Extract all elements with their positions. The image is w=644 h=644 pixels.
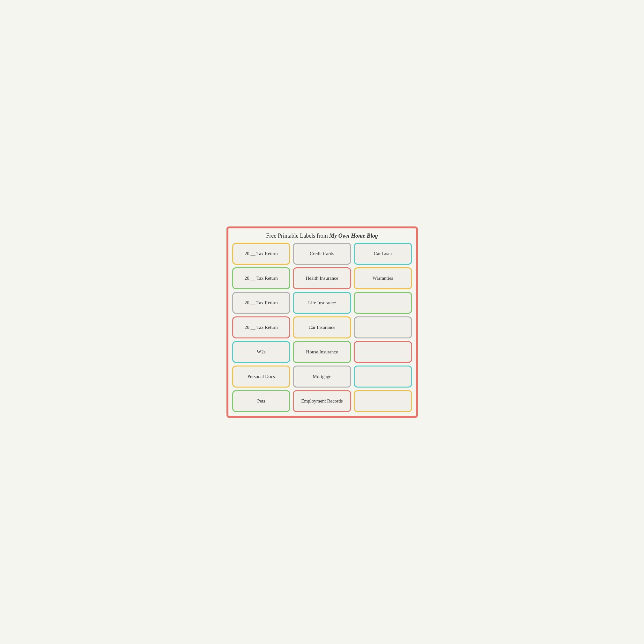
label-card: 20 __ Tax Return: [232, 292, 291, 314]
label-card: [354, 316, 412, 338]
label-grid: 20 __ Tax ReturnCredit CardsCar Loan20 _…: [232, 243, 412, 412]
label-card: 20 __ Tax Return: [232, 243, 291, 265]
label-card: Pets: [232, 390, 291, 412]
label-card: Car Insurance: [293, 316, 351, 338]
title-part2: My Own Home Blog: [329, 233, 378, 239]
title-part1: Free Printable Labels from: [266, 233, 329, 239]
label-card: [354, 341, 412, 363]
label-card: Life Insurance: [293, 292, 351, 314]
label-card: Car Loan: [354, 243, 412, 265]
page-title: Free Printable Labels from My Own Home B…: [232, 232, 412, 240]
label-card: W2s: [232, 341, 291, 363]
label-card: 20 __ Tax Return: [232, 316, 291, 338]
label-card: House Insurance: [293, 341, 351, 363]
label-card: [354, 366, 412, 388]
label-card: Credit Cards: [293, 243, 351, 265]
label-card: [354, 390, 412, 412]
label-card: [354, 292, 412, 314]
label-card: Personal Docs: [232, 366, 291, 388]
page-container: Free Printable Labels from My Own Home B…: [226, 226, 418, 418]
label-card: Mortgage: [293, 366, 351, 388]
label-card: Health Insurance: [293, 267, 351, 289]
label-card: Employment Records: [293, 390, 351, 412]
label-card: 20 __ Tax Return: [232, 267, 291, 289]
label-card: Warranties: [354, 267, 412, 289]
